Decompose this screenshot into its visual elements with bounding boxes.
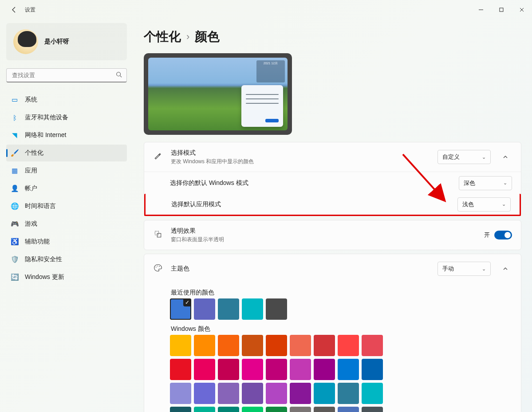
color-swatch[interactable] <box>266 335 287 356</box>
toggle-label: 开 <box>484 231 490 239</box>
color-swatch[interactable] <box>170 359 191 380</box>
expand-button[interactable] <box>499 150 512 164</box>
breadcrumb-current: 颜色 <box>195 28 220 45</box>
color-swatch[interactable] <box>218 383 239 404</box>
color-swatch[interactable] <box>338 383 359 404</box>
color-swatch[interactable] <box>266 298 287 320</box>
toggle-transparency[interactable]: 开 <box>484 231 512 239</box>
titlebar: 设置 <box>0 0 532 20</box>
nav-bluetooth[interactable]: ᛒ蓝牙和其他设备 <box>6 109 127 126</box>
nav-label: 系统 <box>25 96 37 104</box>
chevron-right-icon: › <box>186 31 189 43</box>
row-accent[interactable]: 主题色 手动 ⌄ <box>144 254 521 283</box>
nav-network[interactable]: ◥网络和 Internet <box>6 127 127 144</box>
color-swatch[interactable] <box>218 359 239 380</box>
windows-colors-grid <box>170 335 383 412</box>
transparency-desc: 窗口和表面显示半透明 <box>171 236 476 243</box>
row-windows-mode: 选择你的默认 Windows 模式 深色 ⌄ <box>144 172 521 194</box>
svg-rect-3 <box>157 233 161 237</box>
svg-rect-0 <box>500 8 503 12</box>
color-swatch[interactable] <box>362 383 383 404</box>
color-swatch[interactable] <box>314 407 335 412</box>
brush-icon <box>153 152 163 163</box>
color-swatch[interactable] <box>218 335 239 356</box>
nav-time[interactable]: 🌐时间和语言 <box>6 198 127 215</box>
select-mode[interactable]: 自定义 ⌄ <box>437 150 491 164</box>
search-box[interactable] <box>6 68 127 82</box>
chevron-down-icon: ⌄ <box>503 180 507 186</box>
color-swatch[interactable] <box>338 407 359 412</box>
color-swatch[interactable] <box>266 407 287 412</box>
color-swatch[interactable] <box>290 383 311 404</box>
select-app-mode[interactable]: 浅色 ⌄ <box>457 197 511 212</box>
main-content: 个性化 › 颜色 2021 12月 选择模式 更改 Windows <box>133 20 532 412</box>
breadcrumb-parent[interactable]: 个性化 <box>144 28 181 45</box>
nav-apps[interactable]: ▦应用 <box>6 162 127 179</box>
select-value: 浅色 <box>462 200 474 208</box>
accent-title: 主题色 <box>171 265 430 273</box>
search-input[interactable] <box>11 71 116 79</box>
row-transparency[interactable]: 透明效果 窗口和表面显示半透明 开 <box>144 220 521 250</box>
color-swatch[interactable] <box>218 407 239 412</box>
card-choose-mode: 选择模式 更改 Windows 和应用中显示的颜色 自定义 ⌄ 选择你的默认 W… <box>144 142 521 216</box>
color-swatch[interactable] <box>170 383 191 404</box>
color-swatch[interactable] <box>194 335 215 356</box>
select-value: 自定义 <box>442 153 460 161</box>
profile-card[interactable]: 是小轩呀 <box>6 23 127 60</box>
color-swatch[interactable] <box>290 335 311 356</box>
color-swatch[interactable] <box>194 407 215 412</box>
nav-update[interactable]: 🔄Windows 更新 <box>6 269 127 286</box>
nav-label: 个性化 <box>25 149 43 157</box>
color-swatch[interactable] <box>242 383 263 404</box>
nav-accounts[interactable]: 👤帐户 <box>6 180 127 197</box>
select-accent[interactable]: 手动 ⌄ <box>437 262 491 276</box>
apps-icon: ▦ <box>11 167 19 175</box>
color-swatch[interactable] <box>194 359 215 380</box>
transparency-icon <box>153 230 163 241</box>
back-button[interactable] <box>5 1 23 19</box>
close-button[interactable] <box>512 3 532 17</box>
nav-accessibility[interactable]: ♿辅助功能 <box>6 233 127 250</box>
color-swatch[interactable] <box>194 298 215 320</box>
color-swatch[interactable] <box>362 335 383 356</box>
svg-point-1 <box>117 72 121 76</box>
color-swatch[interactable] <box>242 298 263 320</box>
mode-title: 选择模式 <box>171 149 430 157</box>
row-choose-mode[interactable]: 选择模式 更改 Windows 和应用中显示的颜色 自定义 ⌄ <box>144 142 521 172</box>
select-windows-mode[interactable]: 深色 ⌄ <box>459 176 512 190</box>
color-swatch[interactable] <box>242 359 263 380</box>
nav-personalize[interactable]: 🖌️个性化 <box>6 145 127 161</box>
nav-label: 帐户 <box>25 184 37 192</box>
color-swatch[interactable] <box>314 359 335 380</box>
color-swatch[interactable] <box>170 335 191 356</box>
color-swatch[interactable] <box>362 407 383 412</box>
recent-colors: ✓ <box>170 298 512 320</box>
minimize-button[interactable] <box>471 3 491 17</box>
color-swatch[interactable] <box>314 383 335 404</box>
color-swatch[interactable] <box>170 407 191 412</box>
nav-label: 隐私和安全性 <box>25 255 62 263</box>
color-swatch[interactable] <box>314 335 335 356</box>
chevron-down-icon: ⌄ <box>482 154 486 160</box>
color-swatch[interactable] <box>338 359 359 380</box>
color-swatch[interactable]: ✓ <box>170 298 191 320</box>
palette-icon <box>153 263 163 275</box>
nav-gaming[interactable]: 🎮游戏 <box>6 216 127 232</box>
color-swatch[interactable] <box>266 359 287 380</box>
color-swatch[interactable] <box>362 359 383 380</box>
color-swatch[interactable] <box>266 383 287 404</box>
nav-label: 时间和语言 <box>25 202 56 210</box>
profile-name: 是小轩呀 <box>44 38 69 46</box>
maximize-button[interactable] <box>491 3 512 17</box>
expand-button[interactable] <box>499 262 512 275</box>
sidebar: 是小轩呀 ▭系统 ᛒ蓝牙和其他设备 ◥网络和 Internet 🖌️个性化 ▦应… <box>0 20 133 412</box>
nav-privacy[interactable]: 🛡️隐私和安全性 <box>6 251 127 268</box>
color-swatch[interactable] <box>242 335 263 356</box>
color-swatch[interactable] <box>242 407 263 412</box>
color-swatch[interactable] <box>290 359 311 380</box>
color-swatch[interactable] <box>290 407 311 412</box>
color-swatch[interactable] <box>194 383 215 404</box>
color-swatch[interactable] <box>218 298 239 320</box>
nav-system[interactable]: ▭系统 <box>6 91 127 108</box>
color-swatch[interactable] <box>338 335 359 356</box>
